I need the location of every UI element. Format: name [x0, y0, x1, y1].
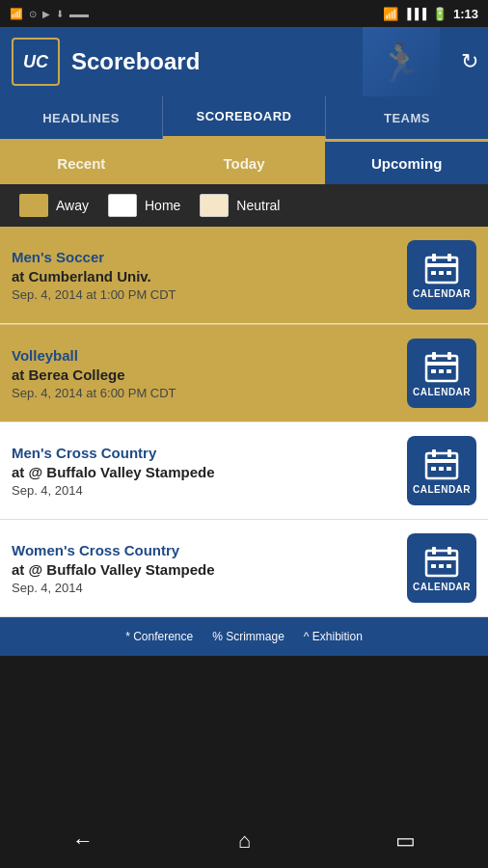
game-date: Sep. 4, 2014 [12, 581, 407, 595]
game-opponent: at @ Buffalo Valley Stampede [12, 561, 407, 578]
calendar-label: CALENDAR [413, 387, 471, 397]
game-date: Sep. 4, 2014 at 6:00 PM CDT [12, 386, 407, 400]
svg-rect-20 [447, 467, 451, 471]
calendar-button[interactable]: CALENDAR [407, 240, 476, 310]
carrier-icon: 📶 [10, 8, 23, 20]
recent-apps-button[interactable]: ▭ [395, 828, 416, 854]
home-button[interactable]: ⌂ [238, 828, 251, 854]
svg-rect-23 [432, 547, 436, 555]
svg-rect-24 [447, 547, 451, 555]
game-opponent: at @ Buffalo Valley Stampede [12, 464, 407, 480]
bottom-nav-bar: ← ⌂ ▭ [0, 814, 488, 868]
svg-rect-25 [431, 564, 436, 568]
svg-rect-1 [426, 263, 457, 267]
away-label: Away [56, 198, 89, 213]
game-sport: Volleyball [12, 347, 407, 364]
calendar-icon [424, 545, 459, 580]
svg-rect-12 [439, 369, 444, 373]
status-bar: 📶 ⊙ ▶ ⬇ ▬▬ 📶 ▐▐▐ 🔋 1:13 [0, 0, 488, 27]
svg-rect-13 [447, 369, 451, 373]
svg-rect-18 [431, 467, 436, 471]
svg-rect-8 [426, 362, 457, 366]
game-opponent: at Cumberland Univ. [12, 268, 407, 285]
home-label: Home [145, 198, 180, 213]
svg-rect-14 [426, 453, 457, 478]
svg-rect-6 [447, 271, 451, 275]
svg-rect-21 [426, 551, 457, 576]
game-sport: Men's Soccer [12, 249, 407, 265]
svg-rect-3 [447, 254, 451, 261]
app-title: Scoreboard [71, 48, 200, 75]
svg-rect-19 [439, 467, 444, 471]
home-swatch [108, 194, 137, 217]
calendar-label: CALENDAR [413, 582, 471, 592]
app-logo: UC [12, 38, 60, 86]
exhibition-note: ^ Exhibition [304, 630, 363, 643]
svg-rect-15 [426, 459, 457, 463]
game-item: Men's Soccer at Cumberland Univ. Sep. 4,… [0, 227, 488, 324]
neutral-label: Neutral [236, 198, 280, 213]
game-item: Women's Cross Country at @ Buffalo Valle… [0, 520, 488, 617]
svg-rect-22 [426, 556, 457, 560]
play-icon: ▶ [42, 9, 50, 19]
scrimmage-note: % Scrimmage [212, 630, 285, 643]
calendar-icon [424, 448, 459, 482]
legend-row: Away Home Neutral [0, 184, 488, 227]
calendar-button[interactable]: CALENDAR [407, 339, 476, 408]
legend-neutral: Neutral [200, 194, 280, 217]
main-nav-tabs: HEADLINES SCOREBOARD TEAMS [0, 96, 488, 142]
game-opponent: at Berea College [12, 366, 407, 383]
motorola-icon: ⊙ [29, 9, 37, 19]
game-sport: Men's Cross Country [12, 445, 407, 461]
calendar-icon [424, 350, 459, 385]
signal-bars-icon: ▐▐▐ [404, 8, 426, 19]
calendar-icon [424, 252, 459, 286]
game-info: Men's Soccer at Cumberland Univ. Sep. 4,… [12, 249, 407, 302]
subtab-upcoming[interactable]: Upcoming [325, 142, 488, 184]
calendar-button[interactable]: CALENDAR [407, 436, 476, 505]
tab-headlines[interactable]: HEADLINES [0, 96, 163, 139]
svg-rect-7 [426, 356, 457, 381]
game-info: Women's Cross Country at @ Buffalo Valle… [12, 542, 407, 595]
svg-rect-26 [439, 564, 444, 568]
status-right-icons: 📶 ▐▐▐ 🔋 1:13 [383, 7, 478, 21]
footer-notes: * Conference % Scrimmage ^ Exhibition [0, 617, 488, 656]
svg-rect-0 [426, 258, 457, 283]
calendar-label: CALENDAR [413, 288, 471, 299]
mascot-image: 🏃 [363, 27, 440, 96]
svg-rect-9 [432, 352, 436, 360]
refresh-button[interactable]: ↻ [461, 49, 478, 74]
subtab-today[interactable]: Today [163, 142, 326, 184]
svg-rect-5 [439, 271, 444, 275]
neutral-swatch [200, 194, 229, 217]
subtab-recent[interactable]: Recent [0, 142, 163, 184]
clock: 1:13 [453, 7, 478, 21]
legend-home: Home [108, 194, 180, 217]
game-list: Men's Soccer at Cumberland Univ. Sep. 4,… [0, 227, 488, 617]
bar-icon: ▬▬ [69, 9, 89, 19]
svg-rect-2 [432, 254, 436, 261]
tab-scoreboard[interactable]: SCOREBOARD [163, 96, 326, 139]
game-date: Sep. 4, 2014 [12, 483, 407, 498]
svg-rect-27 [447, 564, 451, 568]
game-item: Men's Cross Country at @ Buffalo Valley … [0, 422, 488, 520]
svg-rect-10 [447, 352, 451, 360]
calendar-button[interactable]: CALENDAR [407, 533, 476, 603]
game-info: Volleyball at Berea College Sep. 4, 2014… [12, 347, 407, 400]
battery-icon: 🔋 [432, 7, 447, 21]
wifi-icon: 📶 [383, 7, 398, 21]
legend-away: Away [19, 194, 89, 217]
back-button[interactable]: ← [72, 828, 94, 854]
status-left-icons: 📶 ⊙ ▶ ⬇ ▬▬ [10, 8, 89, 20]
svg-rect-16 [432, 449, 436, 457]
game-date: Sep. 4, 2014 at 1:00 PM CDT [12, 287, 407, 302]
svg-rect-17 [447, 449, 451, 457]
svg-rect-11 [431, 369, 436, 373]
game-item: Volleyball at Berea College Sep. 4, 2014… [0, 324, 488, 422]
svg-rect-4 [431, 271, 436, 275]
calendar-label: CALENDAR [413, 484, 471, 495]
away-swatch [19, 194, 48, 217]
download-icon: ⬇ [56, 9, 64, 19]
game-sport: Women's Cross Country [12, 542, 407, 558]
tab-teams[interactable]: TEAMS [326, 96, 488, 139]
